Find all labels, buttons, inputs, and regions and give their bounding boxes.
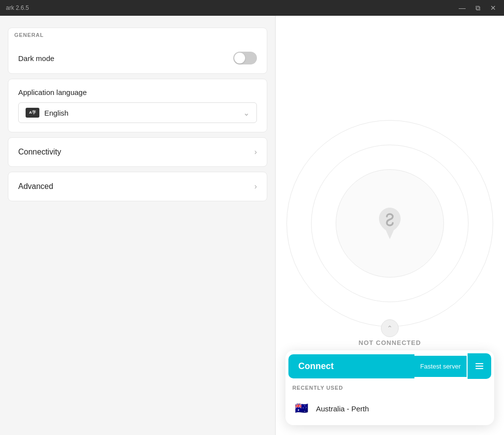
left-panel: GENERAL Dark mode Application language A…: [0, 16, 276, 435]
restore-button[interactable]: ⧉: [473, 3, 482, 13]
advanced-label: Advanced: [18, 182, 53, 191]
chevron-up-button[interactable]: ⌃: [381, 319, 399, 337]
language-section: Application language A字 English ⌄: [8, 79, 267, 132]
language-dropdown-left: A字 English: [26, 108, 68, 118]
connect-menu-button[interactable]: [468, 353, 491, 379]
chevron-up-button-area: ⌃: [285, 319, 494, 337]
chevron-down-icon: ⌄: [243, 108, 250, 118]
app-title: ark 2.6.5: [6, 4, 29, 11]
minimize-button[interactable]: —: [457, 3, 468, 13]
title-bar: ark 2.6.5 — ⧉ ✕: [0, 0, 504, 16]
connect-button-row: Connect Fastest server: [288, 353, 491, 379]
main-layout: GENERAL Dark mode Application language A…: [0, 0, 504, 435]
bottom-panel: ⌃ NOT CONNECTED Connect Fastest server: [276, 319, 504, 435]
section-header-general: GENERAL: [8, 28, 267, 43]
dark-mode-toggle[interactable]: [233, 52, 257, 64]
connect-button[interactable]: Connect: [288, 354, 414, 378]
australia-flag-icon: 🇦🇺: [292, 400, 310, 417]
server-name-australia-perth: Australia - Perth: [316, 404, 369, 413]
window-controls: — ⧉ ✕: [457, 3, 498, 13]
chevron-right-icon-connectivity: ›: [254, 148, 257, 156]
not-connected-label: NOT CONNECTED: [285, 339, 494, 346]
dark-mode-row: Dark mode: [8, 43, 267, 73]
advanced-nav-item[interactable]: Advanced ›: [8, 172, 267, 201]
language-section-label: Application language: [18, 88, 257, 96]
recently-used-header: RECENTLY USED: [288, 383, 491, 395]
connectivity-card: Connectivity ›: [8, 137, 267, 167]
connect-card: Connect Fastest server RECENTLY USED 🇦🇺: [285, 350, 494, 425]
chevron-up-icon: ⌃: [387, 324, 393, 332]
menu-icon: [475, 363, 483, 369]
connectivity-nav-item[interactable]: Connectivity ›: [8, 138, 267, 166]
language-dropdown[interactable]: A字 English ⌄: [18, 102, 257, 123]
right-panel: ⌃ NOT CONNECTED Connect Fastest server: [276, 16, 504, 435]
fastest-server-label[interactable]: Fastest server: [414, 356, 467, 377]
chevron-right-icon-advanced: ›: [254, 182, 257, 191]
language-selected-text: English: [44, 109, 68, 117]
dark-mode-label: Dark mode: [18, 54, 54, 62]
close-button[interactable]: ✕: [488, 3, 498, 13]
vpn-graphic: [370, 204, 410, 243]
server-item-australia-perth[interactable]: 🇦🇺 Australia - Perth: [288, 395, 491, 422]
general-section-card: GENERAL Dark mode: [8, 28, 267, 74]
advanced-card: Advanced ›: [8, 172, 267, 201]
language-icon: A字: [26, 108, 39, 118]
connectivity-label: Connectivity: [18, 148, 61, 156]
surfshark-logo: [370, 204, 410, 243]
